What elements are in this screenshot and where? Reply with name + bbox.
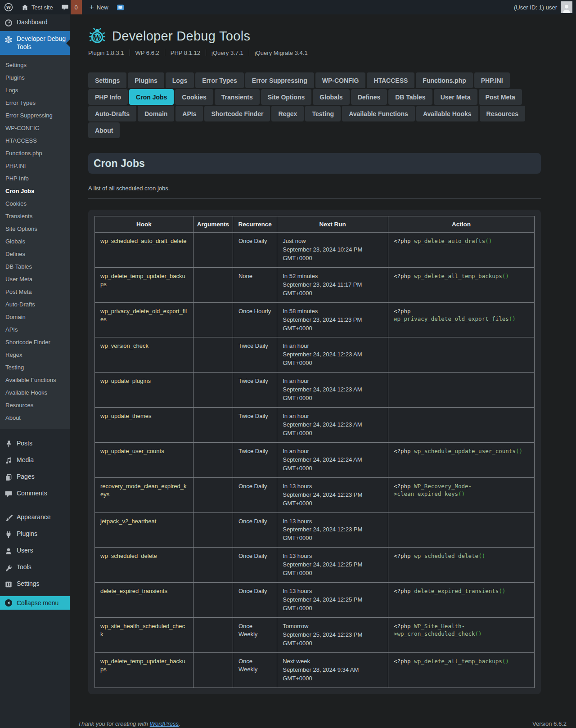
arguments-cell <box>193 442 233 477</box>
hook-cell: wp_delete_temp_updater_backups <box>95 267 194 302</box>
sidebar-subitem[interactable]: Resources <box>0 399 70 411</box>
next-run-relative: Just now <box>283 237 382 245</box>
sidebar-item-settings[interactable]: Settings <box>0 576 70 593</box>
tab[interactable]: PHP Info <box>88 89 128 105</box>
sidebar-subitem[interactable]: Error Suppressing <box>0 109 70 121</box>
next-run-timezone: GMT+0000 <box>283 289 382 297</box>
sidebar-subitem[interactable]: About <box>0 411 70 424</box>
tab[interactable]: Regex <box>271 106 304 121</box>
comment-count-badge[interactable]: 0 <box>71 0 82 14</box>
action-cell: <?php wp_delete_auto_drafts() <box>388 233 534 268</box>
sidebar-subitem[interactable]: HTACCESS <box>0 134 70 147</box>
svg-text:W: W <box>93 34 102 42</box>
sidebar-item-plugins[interactable]: Plugins <box>0 526 70 543</box>
recurrence-cell: Twice Daily <box>233 373 277 408</box>
sidebar-subitem[interactable]: PHP Info <box>0 172 70 184</box>
sidebar-subitem[interactable]: APIs <box>0 323 70 336</box>
sidebar-subitem[interactable]: Settings <box>0 58 70 71</box>
sidebar-item-appearance[interactable]: Appearance <box>0 509 70 526</box>
tab[interactable]: Logs <box>166 72 194 88</box>
sidebar-subitem[interactable]: Logs <box>0 84 70 96</box>
next-run-relative: In 13 hours <box>283 482 382 490</box>
tab[interactable]: APIs <box>176 106 203 121</box>
sidebar-item-tools[interactable]: Tools <box>0 559 70 576</box>
tab[interactable]: Auto-Drafts <box>88 106 136 121</box>
collapse-arrow-icon <box>4 599 13 607</box>
tab[interactable]: Domain <box>138 106 174 121</box>
sidebar-subitem[interactable]: PHP.INI <box>0 159 70 172</box>
sidebar-subitem[interactable]: Cookies <box>0 197 70 210</box>
sidebar-subitem[interactable]: Cron Jobs <box>0 184 70 197</box>
sidebar-subitem[interactable]: Auto-Drafts <box>0 298 70 310</box>
tab[interactable]: User Meta <box>434 89 477 105</box>
sidebar-subitem[interactable]: User Meta <box>0 273 70 285</box>
recurrence-cell: Once Weekly <box>233 617 277 652</box>
sidebar-subitem[interactable]: Testing <box>0 361 70 373</box>
sidebar-subitem[interactable]: WP-CONFIG <box>0 121 70 134</box>
sidebar-subitem[interactable]: Post Meta <box>0 285 70 298</box>
sidebar-item-comments[interactable]: Comments <box>0 485 70 502</box>
sidebar-subitem[interactable]: Regex <box>0 348 70 361</box>
tab[interactable]: Post Meta <box>479 89 522 105</box>
tab[interactable]: Cron Jobs <box>129 89 174 105</box>
menu-separator <box>0 502 70 509</box>
sidebar-subitem[interactable]: Defines <box>0 247 70 260</box>
tab[interactable]: HTACCESS <box>367 72 414 88</box>
tab[interactable]: Error Types <box>195 72 244 88</box>
sidebar-subitem[interactable]: Transients <box>0 210 70 222</box>
sidebar-subitem[interactable]: Available Functions <box>0 373 70 386</box>
new-content-button[interactable]: + New <box>86 0 112 14</box>
arguments-cell <box>193 477 233 512</box>
tab[interactable]: Site Options <box>261 89 311 105</box>
column-header: Action <box>388 216 534 233</box>
hook-cell: wp_scheduled_auto_draft_delete <box>95 233 194 268</box>
sidebar-item-dashboard[interactable]: Dashboard <box>0 14 70 31</box>
tab[interactable]: Globals <box>313 89 349 105</box>
sidebar-item-media[interactable]: Media <box>0 452 70 469</box>
tab[interactable]: Resources <box>480 106 526 121</box>
php-tag: <?php <box>394 588 414 594</box>
tab[interactable]: PHP.INI <box>474 72 510 88</box>
sidebar-item-developer-debug-tools[interactable]: W Developer Debug Tools <box>0 31 70 55</box>
action-cell: <?php wp_delete_all_temp_backups() <box>388 267 534 302</box>
tab[interactable]: Cookies <box>175 89 213 105</box>
next-run-relative: In 52 minutes <box>283 272 382 280</box>
sidebar-subitem[interactable]: Shortcode Finder <box>0 336 70 348</box>
divider <box>88 198 541 199</box>
tab[interactable]: DB Tables <box>388 89 432 105</box>
collapse-menu-button[interactable]: Collapse menu <box>0 596 70 610</box>
wordpress-logo-icon: W <box>4 3 13 12</box>
tab[interactable]: About <box>88 122 120 138</box>
tab[interactable]: Defines <box>351 89 387 105</box>
sidebar-subitem[interactable]: Available Hooks <box>0 386 70 399</box>
plus-icon: + <box>90 3 94 11</box>
tab[interactable]: Shortcode Finder <box>204 106 270 121</box>
tab[interactable]: Transients <box>215 89 260 105</box>
sidebar-subitem[interactable]: Site Options <box>0 222 70 235</box>
sidebar-item-posts[interactable]: Posts <box>0 436 70 452</box>
settings-sliders-icon <box>4 580 13 589</box>
tab[interactable]: WP-CONFIG <box>315 72 366 88</box>
site-name-button[interactable]: Test site <box>17 0 57 14</box>
tab[interactable]: Available Functions <box>342 106 415 121</box>
sidebar-subitem[interactable]: DB Tables <box>0 260 70 273</box>
tab[interactable]: Functions.php <box>416 72 472 88</box>
sidebar-subitem[interactable]: Error Types <box>0 96 70 109</box>
tab[interactable]: Error Suppressing <box>245 72 314 88</box>
sidebar-subitem[interactable]: Globals <box>0 235 70 247</box>
sidebar-subitem[interactable]: Plugins <box>0 71 70 84</box>
sidebar-item-pages[interactable]: Pages <box>0 469 70 485</box>
sidebar-item-users[interactable]: Users <box>0 543 70 559</box>
callback-name: wp_delete_all_temp_backups <box>414 658 502 665</box>
book-button[interactable] <box>112 0 128 14</box>
sidebar-subitem[interactable]: Domain <box>0 310 70 323</box>
tab[interactable]: Settings <box>88 72 126 88</box>
sidebar-subitem[interactable]: Functions.php <box>0 147 70 159</box>
wordpress-link[interactable]: WordPress <box>150 720 179 727</box>
account-menu[interactable]: (User ID: 1) user <box>514 1 576 13</box>
tab[interactable]: Available Hooks <box>416 106 478 121</box>
tab[interactable]: Testing <box>305 106 341 121</box>
wp-logo-button[interactable]: W <box>0 0 17 14</box>
comments-button[interactable] <box>57 0 71 14</box>
tab[interactable]: Plugins <box>128 72 164 88</box>
